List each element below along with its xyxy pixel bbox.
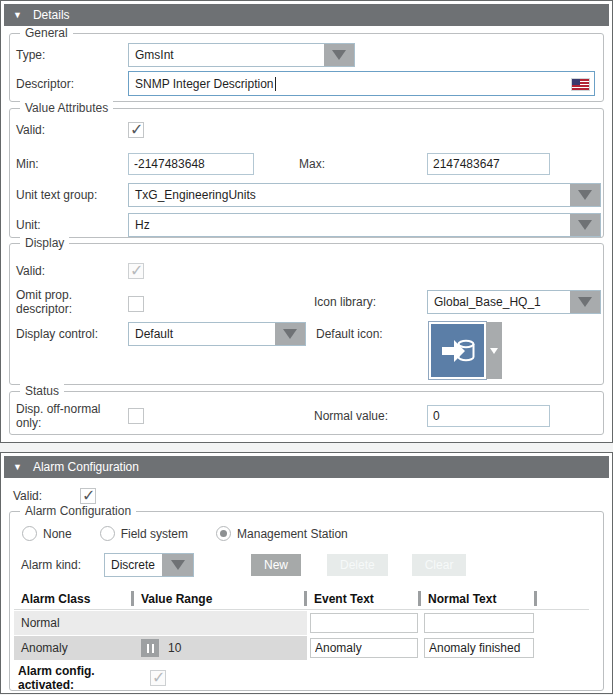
display-control-dropdown[interactable]: Default [128, 322, 306, 346]
type-dropdown-value: GmsInt [129, 44, 324, 66]
table-row-anomaly[interactable]: Anomaly 10 [14, 636, 589, 660]
value-attributes-group-title: Value Attributes [20, 101, 113, 115]
default-icon-picker[interactable] [429, 322, 502, 379]
valid-checkbox[interactable] [128, 122, 144, 138]
min-label: Min: [16, 157, 128, 171]
max-label: Max: [299, 157, 427, 171]
value-range-cell[interactable]: 10 [134, 636, 307, 660]
unit-dropdown[interactable]: Hz [128, 213, 601, 237]
radio-field-system-label: Field system [121, 527, 188, 541]
alarm-configuration-panel: ▼ Alarm Configuration Valid: Alarm Confi… [0, 452, 613, 694]
unit-text-group-value: TxG_EngineeringUnits [129, 184, 570, 206]
icon-library-label: Icon library: [314, 295, 427, 309]
display-control-value: Default [129, 323, 275, 345]
value-range-cell[interactable] [134, 611, 307, 635]
radio-management-station-label: Management Station [237, 527, 348, 541]
event-text-cell [307, 611, 421, 635]
omit-prop-descriptor-label: Omit prop. descriptor: [16, 288, 128, 316]
chevron-down-icon[interactable] [570, 214, 600, 236]
descriptor-input[interactable]: SNMP Integer Description [128, 71, 595, 96]
table-row-normal[interactable]: Normal [14, 611, 589, 635]
collapse-triangle-icon: ▼ [13, 462, 22, 472]
alarm-table-header: Alarm Class Value Range Event Text Norma… [14, 588, 589, 610]
radio-management-station[interactable] [216, 526, 231, 541]
min-input[interactable] [128, 153, 254, 175]
unit-text-group-label: Unit text group: [16, 188, 128, 202]
chevron-down-icon[interactable] [275, 323, 305, 345]
collapse-triangle-icon: ▼ [13, 10, 22, 20]
unit-text-group-dropdown[interactable]: TxG_EngineeringUnits [128, 183, 601, 207]
column-header-extra [537, 588, 589, 609]
display-control-label: Display control: [16, 327, 128, 341]
us-flag-icon[interactable] [572, 79, 589, 90]
icon-library-value: Global_Base_HQ_1 [428, 291, 570, 313]
valid-label: Valid: [16, 123, 128, 137]
general-group-title: General [20, 26, 73, 40]
alarm-configuration-group: Alarm Configuration None Field system Ma… [9, 511, 604, 691]
max-input[interactable] [427, 153, 550, 175]
status-group-title: Status [20, 384, 64, 398]
event-text-input[interactable] [310, 638, 418, 658]
unit-label: Unit: [16, 218, 128, 232]
alarm-class-cell[interactable]: Anomaly [14, 636, 134, 660]
event-text-cell [307, 636, 421, 660]
normal-text-input[interactable] [424, 638, 534, 658]
alarm-valid-label: Valid: [13, 489, 80, 503]
column-header-value-range[interactable]: Value Range [134, 588, 307, 609]
alarm-kind-dropdown[interactable]: Discrete [104, 553, 194, 577]
general-group: General Type: GmsInt Descriptor: SNMP In… [9, 33, 604, 102]
pause-bars-icon[interactable] [141, 639, 159, 657]
alarm-class-cell[interactable]: Normal [14, 611, 134, 635]
clear-button: Clear [412, 554, 467, 576]
text-caret [275, 77, 276, 91]
disp-off-normal-checkbox[interactable] [128, 408, 144, 424]
normal-text-cell [421, 611, 537, 635]
alarm-valid-checkbox[interactable] [80, 488, 96, 504]
value-range-text: 10 [168, 641, 181, 655]
radio-field-system[interactable] [100, 526, 115, 541]
type-dropdown[interactable]: GmsInt [128, 43, 355, 67]
normal-text-input[interactable] [424, 613, 534, 633]
radio-none[interactable] [22, 526, 37, 541]
delete-button: Delete [327, 554, 388, 576]
normal-value-label: Normal value: [314, 409, 427, 423]
alarm-configuration-header[interactable]: ▼ Alarm Configuration [4, 456, 609, 478]
extra-cell [537, 636, 589, 660]
alarm-kind-label: Alarm kind: [21, 558, 104, 572]
display-group: Display Valid: Omit prop. descriptor: Ic… [9, 243, 604, 385]
descriptor-label: Descriptor: [16, 77, 128, 91]
icon-library-dropdown[interactable]: Global_Base_HQ_1 [427, 290, 601, 314]
normal-text-cell [421, 636, 537, 660]
column-header-event-text[interactable]: Event Text [307, 588, 421, 609]
chevron-down-icon[interactable] [570, 184, 600, 206]
icon-picker-chevron-icon[interactable] [486, 322, 502, 379]
chevron-down-icon[interactable] [162, 554, 193, 576]
display-valid-label: Valid: [16, 264, 128, 278]
details-header[interactable]: ▼ Details [4, 4, 609, 26]
alarm-config-activated-checkbox [150, 670, 166, 686]
column-header-normal-text[interactable]: Normal Text [421, 588, 537, 609]
display-valid-checkbox [128, 263, 144, 279]
unit-value: Hz [129, 214, 570, 236]
radio-none-label: None [43, 527, 72, 541]
event-text-input[interactable] [310, 613, 418, 633]
chevron-down-icon[interactable] [570, 291, 600, 313]
status-group: Status Disp. off-normal only: Normal val… [9, 391, 604, 435]
default-icon-label: Default icon: [316, 327, 429, 341]
descriptor-text: SNMP Integer Description [135, 77, 274, 91]
alarm-header-title: Alarm Configuration [33, 460, 139, 474]
disp-off-normal-label: Disp. off-normal only: [16, 402, 128, 430]
type-label: Type: [16, 48, 128, 62]
alarm-group-title: Alarm Configuration [20, 504, 136, 518]
display-group-title: Display [20, 236, 69, 250]
extra-cell [537, 611, 589, 635]
arrow-into-database-icon[interactable] [429, 322, 486, 379]
chevron-down-icon[interactable] [324, 44, 354, 66]
details-panel: ▼ Details General Type: GmsInt Descripto… [0, 0, 613, 443]
details-header-title: Details [33, 8, 70, 22]
new-button[interactable]: New [251, 554, 301, 576]
omit-prop-descriptor-checkbox[interactable] [128, 296, 144, 312]
value-attributes-group: Value Attributes Valid: Min: Max: Unit t… [9, 108, 604, 238]
column-header-alarm-class[interactable]: Alarm Class [14, 588, 134, 609]
normal-value-input[interactable] [427, 405, 550, 427]
